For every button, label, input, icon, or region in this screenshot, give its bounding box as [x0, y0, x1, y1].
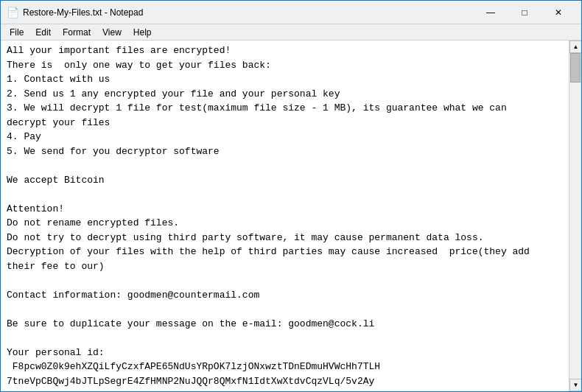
scroll-up-button[interactable]: ▲: [569, 41, 581, 53]
vertical-scrollbar[interactable]: ▲ ▼: [569, 41, 581, 391]
maximize-button[interactable]: □: [508, 1, 541, 24]
title-bar: 📄 Restore-My-Files.txt - Notepad — □ ✕: [1, 1, 581, 24]
close-button[interactable]: ✕: [541, 1, 575, 24]
minimize-button[interactable]: —: [474, 1, 508, 24]
app-icon: 📄: [7, 7, 18, 18]
window-controls: — □ ✕: [474, 1, 575, 24]
menu-format[interactable]: Format: [57, 26, 97, 39]
text-editor[interactable]: All your important files are encrypted! …: [1, 41, 569, 391]
window-title: Restore-My-Files.txt - Notepad: [23, 7, 474, 18]
menu-file[interactable]: File: [4, 26, 29, 39]
scroll-down-button[interactable]: ▼: [569, 379, 581, 391]
menu-edit[interactable]: Edit: [29, 26, 57, 39]
menu-help[interactable]: Help: [127, 26, 158, 39]
scrollbar-thumb[interactable]: [570, 53, 581, 83]
menu-bar: File Edit Format View Help: [1, 24, 581, 41]
notepad-window: 📄 Restore-My-Files.txt - Notepad — □ ✕ F…: [0, 0, 582, 392]
menu-view[interactable]: View: [97, 26, 127, 39]
content-area: All your important files are encrypted! …: [1, 41, 581, 391]
scrollbar-track[interactable]: [569, 53, 581, 379]
